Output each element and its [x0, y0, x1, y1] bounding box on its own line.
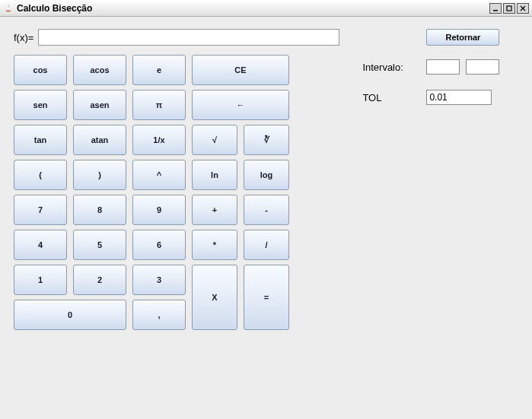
acos-button[interactable]: acos	[73, 55, 126, 85]
atan-button[interactable]: atan	[73, 125, 126, 155]
digit-2-button[interactable]: 2	[73, 265, 126, 295]
svg-rect-0	[493, 10, 498, 11]
cbrt-button[interactable]: ∛	[244, 125, 289, 155]
digit-7-button[interactable]: 7	[14, 195, 67, 225]
digit-3-button[interactable]: 3	[132, 265, 186, 295]
cos-button[interactable]: cos	[14, 55, 67, 85]
minus-button[interactable]: -	[244, 195, 289, 225]
minimize-button[interactable]	[489, 3, 502, 14]
tan-button[interactable]: tan	[14, 125, 67, 155]
pi-button[interactable]: π	[132, 90, 186, 120]
sqrt-button[interactable]: √	[192, 125, 237, 155]
backspace-button[interactable]: ←	[192, 90, 289, 120]
divide-button[interactable]: /	[244, 230, 289, 260]
java-icon	[3, 3, 14, 14]
lparen-button[interactable]: (	[14, 160, 67, 190]
reciprocal-button[interactable]: 1/x	[132, 125, 186, 155]
digit-9-button[interactable]: 9	[132, 195, 186, 225]
fx-label: f(x)=	[14, 32, 33, 43]
intervalo-b-input[interactable]	[466, 59, 499, 75]
title-bar: Calculo Bisecção	[0, 0, 532, 17]
tol-input[interactable]	[426, 90, 492, 105]
ln-button[interactable]: ln	[192, 160, 237, 190]
digit-1-button[interactable]: 1	[14, 265, 67, 295]
maximize-button[interactable]	[503, 3, 515, 14]
x-button[interactable]: X	[192, 265, 237, 330]
power-button[interactable]: ^	[132, 160, 186, 190]
comma-button[interactable]: ,	[132, 300, 186, 330]
digit-5-button[interactable]: 5	[73, 230, 126, 260]
digit-4-button[interactable]: 4	[14, 230, 67, 260]
window-title: Calculo Bisecção	[17, 3, 489, 14]
tol-label: TOL	[362, 92, 416, 103]
digit-0-button[interactable]: 0	[14, 300, 126, 330]
e-button[interactable]: e	[132, 55, 186, 85]
digit-8-button[interactable]: 8	[73, 195, 126, 225]
fx-input[interactable]	[38, 29, 339, 46]
rparen-button[interactable]: )	[73, 160, 126, 190]
svg-rect-1	[507, 6, 511, 11]
close-button[interactable]	[517, 3, 529, 14]
equals-button[interactable]: =	[244, 265, 289, 330]
digit-6-button[interactable]: 6	[132, 230, 186, 260]
intervalo-a-input[interactable]	[426, 59, 460, 75]
log-button[interactable]: log	[244, 160, 289, 190]
multiply-button[interactable]: *	[192, 230, 237, 260]
ce-button[interactable]: CE	[192, 55, 289, 85]
keypad: cos acos e CE sen asen π ← tan atan 1/x …	[14, 55, 339, 330]
asen-button[interactable]: asen	[73, 90, 126, 120]
intervalo-label: Intervalo:	[362, 62, 416, 73]
retornar-button[interactable]: Retornar	[426, 29, 499, 46]
sen-button[interactable]: sen	[14, 90, 67, 120]
plus-button[interactable]: +	[192, 195, 237, 225]
